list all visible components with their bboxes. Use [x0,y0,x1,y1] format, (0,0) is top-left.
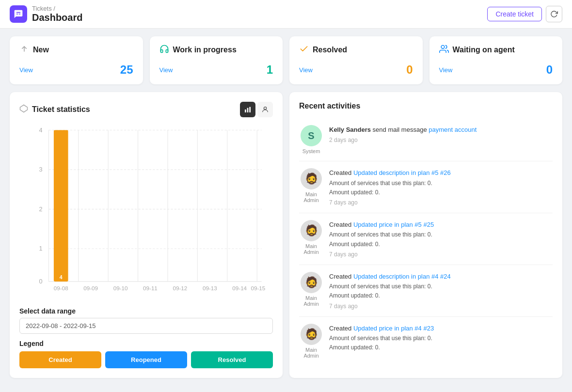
bar-chart-icon [244,106,252,113]
card-header-resolved: Resolved [299,44,413,55]
date-range-input[interactable] [19,318,273,334]
svg-text:09-08: 09-08 [54,285,68,291]
ticket-statistics-panel: Ticket statistics [10,92,283,378]
card-footer-wip: View 1 [159,63,273,77]
chart-container: 4 3 2 1 0 4 [19,125,273,299]
activity-text-2: Created Updated description in plan #5 #… [329,168,553,178]
activity-content-5: Created Updated price in plan #4 #23 Amo… [329,324,553,359]
avatar-wrap-3: 🧔 Main Admin [299,220,323,258]
card-count-waiting: 0 [546,63,553,77]
legend-resolved: Resolved [191,351,273,368]
card-title-wip: Work in progress [173,46,237,54]
main-content: New View 25 Work in progress View 1 [0,29,572,386]
status-cards: New View 25 Work in progress View 1 [10,36,562,84]
card-view-link-new[interactable]: View [19,66,33,74]
wip-icon [159,44,169,55]
recent-activities-panel: Recent activities S System Kelly Sanders… [289,92,562,378]
activity-item: 🧔 Main Admin Created Updated price in pl… [299,213,553,265]
activity-link-3[interactable]: Updated price in plan #5 #25 [353,221,434,228]
avatar-2: 🧔 [301,168,322,189]
card-view-link-resolved[interactable]: View [299,66,313,74]
card-view-link-waiting[interactable]: View [439,66,453,74]
status-card-waiting: Waiting on agent View 0 [429,36,563,84]
create-ticket-button[interactable]: Create ticket [487,7,542,21]
header-right: Create ticket [487,6,562,22]
status-card-resolved: Resolved View 0 [289,36,423,84]
header-left: Tickets / Dashboard [10,5,82,23]
stats-view-toggle [240,102,273,117]
card-header-wip: Work in progress [159,44,273,55]
activity-item: S System Kelly Sanders send mail message… [299,118,553,161]
header-titles: Tickets / Dashboard [32,5,82,23]
activity-text-3: Created Updated price in plan #5 #25 [329,220,553,230]
avatar-3: 🧔 [301,220,322,241]
svg-text:09-11: 09-11 [143,285,158,291]
activity-sub-4: Amount of services that use this plan: 0… [329,282,553,300]
avatar-label-4: Main Admin [303,295,318,307]
activity-text-5: Created Updated price in plan #4 #23 [329,324,553,333]
header: Tickets / Dashboard Create ticket [0,0,572,29]
date-range-label: Select data range [19,307,273,315]
svg-text:3: 3 [39,166,43,173]
resolved-icon [299,44,309,55]
activity-sub-3: Amount of services that use this plan: 0… [329,230,553,249]
card-title-new: New [33,46,49,54]
refresh-button[interactable] [546,6,562,22]
avatar-1: S [301,125,322,146]
svg-text:09-12: 09-12 [173,285,188,291]
bottom-section: Ticket statistics [10,92,562,378]
card-title-resolved: Resolved [313,46,347,54]
activity-text-4: Created Updated description in plan #4 #… [329,272,553,282]
avatar-label-5: Main Admin [303,347,318,359]
legend-created: Created [19,351,101,368]
activity-time-2: 7 days ago [329,199,553,206]
refresh-icon [550,10,558,18]
activity-sub-2: Amount of services that use this plan: 0… [329,179,553,197]
svg-text:09-10: 09-10 [113,285,128,291]
activities-header: Recent activities [299,102,553,110]
card-count-resolved: 0 [406,63,413,77]
stats-title: Ticket statistics [19,104,90,115]
breadcrumb: Tickets / [32,5,82,12]
svg-text:09-09: 09-09 [83,285,98,291]
agent-view-button[interactable] [257,102,273,117]
card-footer-new: View 25 [19,63,133,77]
svg-rect-4 [247,108,249,112]
card-footer-resolved: View 0 [299,63,413,77]
status-card-wip: Work in progress View 1 [150,36,283,84]
activities-list: S System Kelly Sanders send mail message… [299,118,553,365]
activity-link-2[interactable]: Updated description in plan #5 #26 [353,169,451,176]
person-icon [261,106,269,113]
logo-icon [14,9,23,19]
bar-chart-svg: 4 3 2 1 0 4 [19,125,273,299]
avatar-label-2: Main Admin [303,191,318,203]
activity-link-1[interactable]: payment account [429,126,477,133]
activity-item: 🧔 Main Admin Created Updated price in pl… [299,317,553,365]
activity-link-4[interactable]: Updated description in plan #4 #24 [353,273,451,280]
activity-text-1: Kelly Sanders send mail message payment … [329,125,553,135]
activity-item: 🧔 Main Admin Created Updated description… [299,161,553,213]
stats-header: Ticket statistics [19,102,273,117]
activity-time-4: 7 days ago [329,303,553,310]
avatar-wrap-4: 🧔 Main Admin [299,272,323,310]
card-footer-waiting: View 0 [439,63,553,77]
svg-text:09-13: 09-13 [203,285,217,291]
legend-reopened: Reopened [105,351,187,368]
card-title-waiting: Waiting on agent [453,46,515,54]
svg-point-1 [441,46,445,49]
avatar-wrap-2: 🧔 Main Admin [299,168,323,206]
svg-rect-5 [249,107,251,112]
activity-link-5[interactable]: Updated price in plan #4 #23 [353,325,434,332]
legend-title: Legend [19,340,273,347]
activity-content-4: Created Updated description in plan #4 #… [329,272,553,310]
card-count-new: 25 [120,63,133,77]
page-title: Dashboard [32,12,82,23]
svg-text:09-15: 09-15 [251,285,265,291]
avatar-wrap-5: 🧔 Main Admin [299,324,323,359]
chart-view-button[interactable] [240,102,255,117]
card-view-link-wip[interactable]: View [159,66,173,74]
svg-text:4: 4 [60,274,63,280]
app-logo [10,5,27,23]
activity-sub-5: Amount of services that use this plan: 0… [329,334,553,352]
svg-rect-3 [245,110,246,112]
